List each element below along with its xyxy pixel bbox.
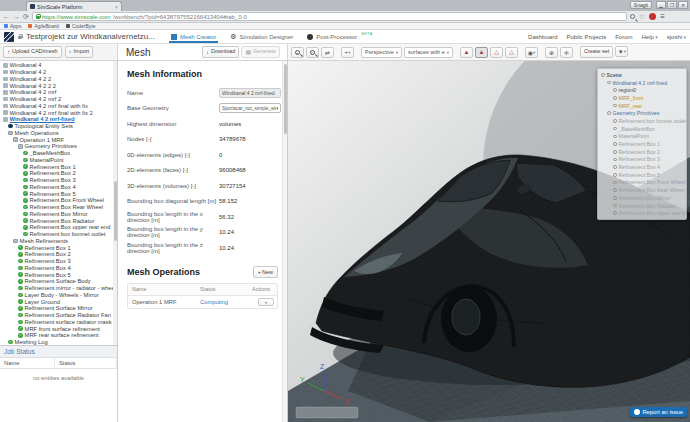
tree-item[interactable]: Refinement Surface Mirror	[0, 305, 117, 312]
forward-icon[interactable]: →	[13, 12, 20, 21]
scene-tree-item[interactable]: Refinement Box 2	[598, 148, 686, 156]
bookmark-star-icon[interactable]: ☆	[639, 13, 645, 20]
tree-item[interactable]: Refinement Box 3	[0, 258, 117, 265]
tree-item[interactable]: Geometry Primitives	[0, 143, 117, 150]
tree-item[interactable]: Windkanal 4 2 2	[0, 76, 117, 83]
bookmark-item[interactable]: Apps	[4, 23, 21, 29]
visibility-eye-icon[interactable]	[613, 150, 617, 154]
visibility-eye-icon[interactable]	[613, 211, 617, 215]
tree-item[interactable]: Refinement box bonnet outlet	[0, 231, 117, 238]
tree-item[interactable]: Refinement Box 5	[0, 271, 117, 278]
reload-icon[interactable]: ⟳	[23, 12, 29, 21]
tree-item[interactable]: _BaseMeshBox	[0, 150, 117, 157]
header-nav-item[interactable]: Public Projects	[566, 34, 606, 40]
tree-item[interactable]: Windkanal 4 2 mrf-fixed	[0, 116, 117, 123]
tree-item[interactable]: Refinement Box Front Wheel	[0, 197, 117, 204]
mesh-name-input[interactable]	[219, 88, 281, 98]
zoom-in-button[interactable]: +	[291, 47, 304, 58]
visibility-eye-icon[interactable]	[613, 104, 617, 108]
adblock-icon[interactable]	[649, 13, 656, 20]
scene-tree-item[interactable]: _BaseMeshBox	[598, 125, 686, 133]
center-view-button[interactable]: ⊕	[545, 47, 558, 58]
visibility-eye-icon[interactable]	[607, 81, 611, 85]
create-set-button[interactable]: Create set	[580, 46, 613, 58]
tree-item[interactable]: Refinement Box 1	[0, 244, 117, 251]
scene-tree-item[interactable]: Refinement Box Mirror	[598, 194, 686, 202]
tree-item[interactable]: Mesh Refinements	[0, 238, 117, 245]
visibility-eye-icon[interactable]	[613, 127, 617, 131]
scene-tree-item[interactable]: Refinement Box Rear Wheel	[598, 186, 686, 194]
visibility-eye-icon[interactable]	[613, 142, 617, 146]
tree-item[interactable]: Refinement Surface Radiator Fan	[0, 312, 117, 319]
tree-item[interactable]: Layer Ground	[0, 298, 117, 305]
scene-tree-item[interactable]: Windkanal 4 2 mrf-fixed	[598, 79, 686, 87]
tab-mesh-creator[interactable]: Mesh Creator	[171, 30, 216, 43]
project-title[interactable]: Testprojekt zur Windkanalvernetzu...	[26, 32, 155, 41]
tree-item[interactable]: Windkanal 4	[0, 62, 117, 69]
scene-tree-item[interactable]: MRF_rear	[598, 102, 686, 110]
visibility-eye-icon[interactable]	[613, 188, 617, 192]
search-icon[interactable]	[630, 14, 635, 19]
table-row[interactable]: Operation 1 MRF Computing ▾	[128, 296, 277, 308]
scene-tree-item[interactable]: Refinement Box 1	[598, 140, 686, 148]
base-geometry-select[interactable]: Sportscar_not_simple_wing_mrf_... ▾	[219, 103, 281, 113]
bookmark-item[interactable]: AgileBoard	[28, 23, 58, 29]
sidebar-scrollbar[interactable]	[113, 61, 117, 345]
window-minimize-button[interactable]: ▁	[656, 1, 666, 9]
browser-menu-icon[interactable]: ≡	[660, 13, 665, 21]
visibility-eye-icon[interactable]	[613, 204, 617, 208]
simscale-logo[interactable]	[4, 32, 14, 42]
mesh-display-4-icon[interactable]: △	[505, 47, 518, 58]
visibility-eye-icon[interactable]	[607, 111, 611, 115]
tree-item[interactable]: Refinement Box Rear Wheel	[0, 204, 117, 211]
scene-tree-item[interactable]: Refinement Box Front Wheel	[598, 179, 686, 187]
download-button[interactable]: ↓Download	[202, 46, 239, 58]
tree-item[interactable]: Refinement surface radiator mask	[0, 319, 117, 326]
mesh-display-2-icon[interactable]: ▲	[475, 47, 488, 58]
scene-tree-item[interactable]: MaterialPoint	[598, 133, 686, 141]
scene-tree-item[interactable]: Refinement Box 5	[598, 171, 686, 179]
window-maximize-button[interactable]: ❐	[667, 1, 677, 9]
tab-simulation-designer[interactable]: ⚙ Simulation Designer	[230, 30, 293, 43]
visibility-eye-icon[interactable]	[613, 181, 617, 185]
header-nav-item[interactable]: Help	[642, 34, 658, 40]
visibility-eye-icon[interactable]	[613, 158, 617, 162]
scene-tree-item[interactable]: Refinement Box 3	[598, 156, 686, 164]
back-icon[interactable]: ←	[3, 12, 10, 21]
visibility-dropdown-button[interactable]: ◉ ▾	[525, 47, 538, 58]
browser-tab[interactable]: SimScale Platform ×	[26, 1, 122, 11]
visibility-eye-icon[interactable]	[613, 96, 617, 100]
operation-actions-dropdown[interactable]: ▾	[258, 298, 274, 306]
scene-tree-item[interactable]: Scene	[598, 71, 686, 79]
tree-item[interactable]: Refinement Box 4	[0, 265, 117, 272]
tab-post-processor[interactable]: Post-Processor BETA	[307, 30, 372, 43]
tree-item[interactable]: Refinement Box upper rear end	[0, 224, 117, 231]
scene-tree-item[interactable]: Refinement box bonnet outlet	[598, 117, 686, 125]
tree-item[interactable]: Operation 1 MRF	[0, 136, 117, 143]
scene-tree-item[interactable]: Refinement Box upper rear e...	[598, 209, 686, 217]
tree-item[interactable]: Windkanal 4 2	[0, 69, 117, 76]
fit-view-button[interactable]: ✛	[560, 47, 573, 58]
new-operation-button[interactable]: +New	[253, 266, 278, 278]
scene-tree-item[interactable]: Refinement Box 4	[598, 163, 686, 171]
tree-item[interactable]: Windkanal 4 2 mrf	[0, 89, 117, 96]
tab-close-icon[interactable]: ×	[115, 4, 118, 10]
scene-tree-item[interactable]: MRF_front	[598, 94, 686, 102]
window-close-button[interactable]: ✕	[678, 1, 688, 9]
header-nav-item[interactable]: sjoshi	[667, 34, 686, 40]
tree-item[interactable]: MRF rear surface refinement	[0, 332, 117, 339]
scene-tree-item[interactable]: Geometry Primitives	[598, 109, 686, 117]
zoom-out-button[interactable]: −	[306, 47, 319, 58]
visibility-eye-icon[interactable]	[613, 88, 617, 92]
scene-tree-item[interactable]: region0	[598, 86, 686, 94]
tree-item[interactable]: Refinement Box Mirror	[0, 211, 117, 218]
tree-item[interactable]: Refinement Box 4	[0, 184, 117, 191]
tree-item[interactable]: Windkanal 4 2 mrf final with fix	[0, 103, 117, 110]
reset-view-button[interactable]: ⇄	[321, 47, 334, 58]
tree-item[interactable]: Refinement Box 1	[0, 163, 117, 170]
projection-select[interactable]: Perspective▾	[361, 47, 402, 58]
tree-item[interactable]: Topological Entity Sets	[0, 123, 117, 130]
url-input[interactable]: https://www.simscale.com /workbench/?pid…	[32, 12, 627, 21]
header-nav-item[interactable]: Dashboard	[528, 34, 557, 40]
mesh-display-1-icon[interactable]: ▲	[460, 47, 473, 58]
